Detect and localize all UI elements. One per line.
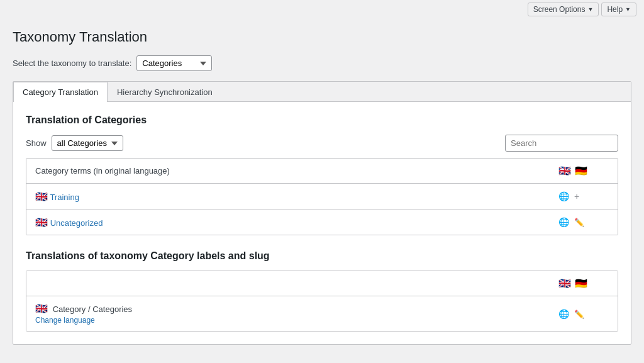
category-translation-section-title: Translation of Categories bbox=[26, 114, 618, 126]
filter-left: Show all Categories bbox=[26, 135, 123, 151]
uncategorized-pencil-icon: ✏️ bbox=[574, 218, 584, 227]
category-label-name: Category / Categories bbox=[53, 304, 132, 314]
category-label-row-main: 🇬🇧 Category / Categories Change language bbox=[35, 303, 558, 325]
filter-select[interactable]: all Categories bbox=[52, 135, 123, 151]
filter-row: Show all Categories bbox=[26, 135, 618, 152]
labels-section-title: Translations of taxonomy Category labels… bbox=[26, 250, 618, 262]
tabs-container: Category Translation Hierarchy Synchroni… bbox=[13, 81, 631, 345]
uncategorized-row-flags: 🌐 ✏️ bbox=[558, 216, 609, 228]
tab-hierarchy-sync[interactable]: Hierarchy Synchronization bbox=[108, 82, 222, 102]
labels-flag-uk-header: 🇬🇧 bbox=[558, 277, 571, 289]
labels-section: Translations of taxonomy Category labels… bbox=[26, 250, 618, 332]
tab-category-translation[interactable]: Category Translation bbox=[13, 82, 108, 102]
training-row-flags: 🌐 + bbox=[558, 190, 609, 203]
col-flags-header: 🇬🇧 🇩🇪 bbox=[558, 165, 609, 177]
labels-table-header-row: 🇬🇧 🇩🇪 bbox=[26, 271, 618, 296]
training-globe-icon: 🌐 bbox=[558, 191, 569, 201]
taxonomy-select[interactable]: Categories Tags Post Formats bbox=[136, 55, 212, 71]
uncategorized-globe-icon: 🌐 bbox=[558, 217, 569, 227]
uncategorized-link[interactable]: Uncategorized bbox=[50, 218, 103, 228]
main-content: Taxonomy Translation Select the taxonomy… bbox=[0, 19, 644, 355]
training-flag-uk: 🇬🇧 bbox=[35, 191, 48, 202]
table-row: 🇬🇧 Training 🌐 + bbox=[26, 184, 618, 209]
table-row: 🇬🇧 Category / Categories Change language… bbox=[26, 296, 618, 331]
category-label-flag-uk: 🇬🇧 bbox=[35, 303, 48, 314]
training-row-main: 🇬🇧 Training bbox=[35, 191, 558, 203]
screen-options-label: Screen Options bbox=[533, 5, 586, 14]
flag-de-header: 🇩🇪 bbox=[575, 165, 587, 177]
category-label-edit-button[interactable]: ✏️ bbox=[573, 308, 586, 320]
uncategorized-row-main: 🇬🇧 Uncategorized bbox=[35, 216, 558, 228]
uncategorized-flag-uk: 🇬🇧 bbox=[35, 217, 48, 228]
training-link[interactable]: Training bbox=[50, 193, 79, 202]
help-button[interactable]: Help ▼ bbox=[601, 3, 636, 16]
screen-options-chevron-icon: ▼ bbox=[587, 6, 593, 13]
table-row: 🇬🇧 Uncategorized 🌐 ✏️ bbox=[26, 209, 618, 235]
category-label-row-flags: 🌐 ✏️ bbox=[558, 308, 609, 320]
training-plus-icon: + bbox=[574, 191, 579, 201]
taxonomy-selector-row: Select the taxonomy to translate: Catego… bbox=[13, 55, 631, 71]
search-input[interactable] bbox=[505, 135, 618, 152]
training-add-button[interactable]: + bbox=[573, 190, 580, 203]
page-title: Taxonomy Translation bbox=[13, 29, 631, 45]
category-label-pencil-icon: ✏️ bbox=[574, 310, 584, 319]
category-label-globe-icon: 🌐 bbox=[558, 309, 569, 319]
help-label: Help bbox=[607, 5, 623, 14]
uncategorized-edit-button[interactable]: ✏️ bbox=[573, 216, 586, 228]
help-chevron-icon: ▼ bbox=[625, 6, 631, 13]
col-main-header: Category terms (in original language) bbox=[35, 166, 558, 176]
change-language-link[interactable]: Change language bbox=[35, 316, 558, 325]
category-translation-section: Translation of Categories Show all Categ… bbox=[26, 114, 618, 235]
show-label: Show bbox=[26, 138, 47, 148]
taxonomy-selector-label: Select the taxonomy to translate: bbox=[13, 59, 131, 68]
labels-table: 🇬🇧 🇩🇪 🇬🇧 Category / Categories Change la… bbox=[26, 271, 618, 332]
translation-table: Category terms (in original language) 🇬🇧… bbox=[26, 158, 618, 235]
flag-uk-header: 🇬🇧 bbox=[558, 165, 571, 177]
table-header-row: Category terms (in original language) 🇬🇧… bbox=[26, 159, 618, 184]
labels-col-flags-header: 🇬🇧 🇩🇪 bbox=[558, 277, 609, 289]
top-bar: Screen Options ▼ Help ▼ bbox=[0, 0, 644, 19]
tab-content-category-translation: Translation of Categories Show all Categ… bbox=[13, 102, 631, 344]
labels-flag-de-header: 🇩🇪 bbox=[575, 277, 587, 289]
tabs-header: Category Translation Hierarchy Synchroni… bbox=[13, 82, 631, 102]
screen-options-button[interactable]: Screen Options ▼ bbox=[528, 3, 599, 16]
